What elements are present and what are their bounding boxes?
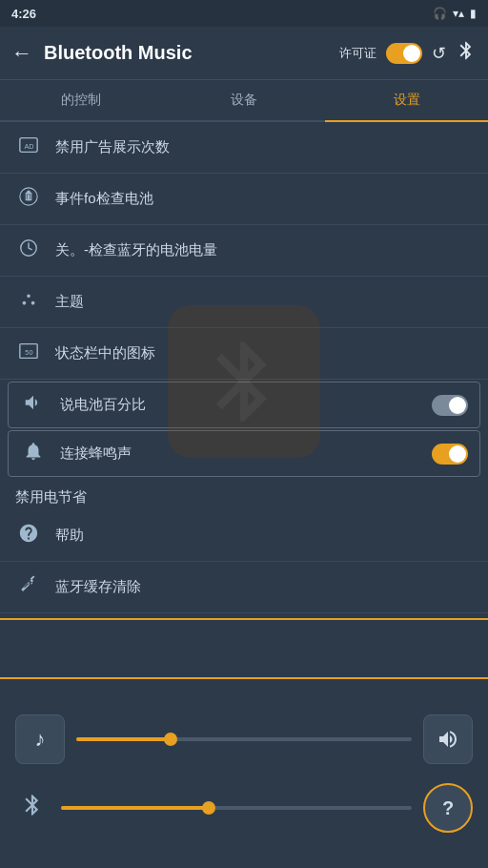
wrench-icon (15, 574, 42, 600)
music-slider[interactable] (76, 737, 412, 741)
bt-slider-fill (61, 806, 209, 810)
divider (0, 618, 488, 620)
status-icons: 🎧 ▾▴ ▮ (433, 7, 477, 20)
speaker-icon (20, 392, 47, 418)
battery-icon: ▮ (470, 7, 477, 20)
bt-cache-label: 蓝牙缓存清除 (55, 578, 473, 596)
music-icon-button[interactable]: ♪ (15, 714, 65, 764)
permission-toggle[interactable] (386, 43, 422, 64)
volume-icon (437, 728, 459, 751)
settings-list: AD 禁用广告展示次数 事件fo检查电池 关。-检查蓝牙的电池电量 主题 50 … (0, 122, 488, 618)
say-battery-toggle[interactable] (432, 395, 468, 416)
theme-icon (15, 289, 42, 315)
svg-rect-3 (28, 195, 30, 200)
help-label: 帮助 (55, 527, 473, 545)
status-time: 4:26 (11, 7, 36, 21)
question-button[interactable]: ? (423, 783, 473, 833)
music-slider-thumb (164, 733, 177, 746)
permission-label: 许可证 (339, 45, 376, 62)
toggle-knob (403, 45, 420, 62)
setting-event-check[interactable]: 事件fo检查电池 (0, 174, 488, 225)
setting-bt-cache[interactable]: 蓝牙缓存清除 (0, 562, 488, 613)
toggle-knob-on (449, 445, 466, 463)
ads-icon: AD (15, 134, 42, 160)
tab-controls[interactable]: 的控制 (0, 80, 163, 120)
setting-theme[interactable]: 主题 (0, 277, 488, 328)
music-volume-row: ♪ (15, 714, 473, 764)
page-title: Bluetooth Music (44, 42, 339, 64)
help-icon (15, 523, 42, 548)
status-bar: 4:26 🎧 ▾▴ ▮ (0, 0, 488, 27)
ads-label: 禁用广告展示次数 (55, 138, 473, 156)
setting-ads[interactable]: AD 禁用广告展示次数 (0, 122, 488, 174)
bt-volume-row: ? (15, 783, 473, 833)
connect-beep-label: 连接蜂鸣声 (60, 444, 418, 463)
volume-button[interactable] (423, 714, 473, 764)
setting-battery-check[interactable]: 关。-检查蓝牙的电池电量 (0, 225, 488, 277)
setting-say-battery[interactable]: 说电池百分比 (8, 382, 480, 428)
say-battery-label: 说电池百分比 (60, 396, 418, 414)
bt-slider[interactable] (61, 806, 412, 810)
music-slider-fill (76, 737, 171, 741)
bell-icon (20, 441, 47, 466)
tab-devices[interactable]: 设备 (163, 80, 326, 120)
bt-slider-thumb (202, 801, 215, 815)
header: ← Bluetooth Music 许可证 ↺ (0, 27, 488, 80)
disable-save-label: 禁用电节省 (0, 479, 488, 510)
tab-bar: 的控制 设备 设置 (0, 80, 488, 122)
header-actions: 许可证 ↺ (339, 40, 477, 66)
signal-icon: ▾▴ (453, 7, 464, 20)
setting-connect-beep[interactable]: 连接蜂鸣声 (8, 430, 480, 477)
bottom-player: ♪ ? (0, 677, 488, 868)
connect-beep-toggle[interactable] (432, 444, 468, 465)
svg-text:AD: AD (24, 142, 33, 151)
statusbar-icon: 50 (15, 341, 42, 366)
setting-status-icon[interactable]: 50 状态栏中的图标 (0, 328, 488, 380)
headphones-icon: 🎧 (433, 7, 447, 20)
back-button[interactable]: ← (11, 41, 32, 66)
music-note-icon: ♪ (35, 727, 46, 752)
battery-check-label: 关。-检查蓝牙的电池电量 (55, 241, 473, 259)
toggle-knob-off (449, 397, 466, 414)
svg-point-2 (27, 191, 30, 195)
question-icon: ? (442, 797, 454, 819)
bt-row-icon (15, 793, 50, 823)
theme-label: 主题 (55, 293, 473, 311)
setting-help[interactable]: 帮助 (0, 510, 488, 562)
clock-icon (15, 238, 42, 263)
status-icon-label: 状态栏中的图标 (55, 344, 473, 362)
refresh-icon[interactable]: ↺ (432, 43, 446, 64)
svg-text:50: 50 (25, 348, 32, 357)
bluetooth-header-icon[interactable] (456, 40, 477, 66)
event-label: 事件fo检查电池 (55, 190, 473, 208)
event-icon (15, 186, 42, 212)
tab-settings[interactable]: 设置 (325, 80, 488, 120)
